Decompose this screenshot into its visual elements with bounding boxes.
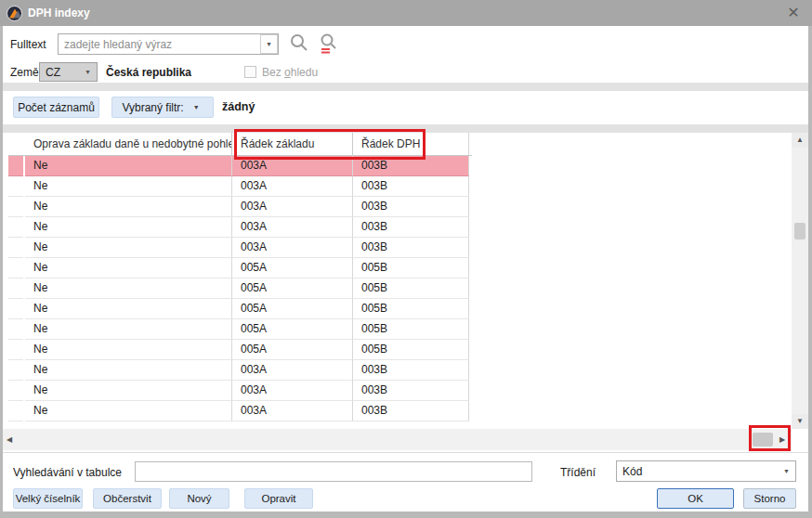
table-cell[interactable]: 003A (232, 176, 353, 197)
table-cell[interactable]: 003B (353, 156, 469, 176)
table-cell[interactable]: Ne (25, 258, 232, 278)
table-cell[interactable]: Ne (25, 278, 232, 299)
table-row[interactable]: Ne005A005B (8, 299, 472, 319)
row-selector-cell[interactable] (8, 360, 23, 381)
table-row[interactable]: Ne005A005B (8, 278, 472, 299)
table-row[interactable]: Ne003A003B (8, 360, 472, 381)
table-cell[interactable]: 005B (353, 319, 469, 340)
table-cell[interactable]: 003B (353, 176, 469, 197)
fulltext-combobox[interactable]: zadejte hledaný výraz ▼ (58, 33, 279, 55)
table-cell[interactable]: 005A (232, 340, 353, 360)
table-cell[interactable]: Ne (25, 238, 232, 258)
row-selector-cell[interactable] (8, 258, 23, 278)
regardless-checkbox[interactable] (244, 66, 256, 78)
cancel-button[interactable]: Storno (743, 488, 796, 509)
column-header-radek-zakladu[interactable]: Řádek základu (232, 133, 353, 155)
fulltext-settings-search-icon[interactable] (318, 32, 340, 58)
edit-button[interactable]: Opravit (244, 488, 313, 509)
table-cell[interactable]: 005B (353, 258, 469, 278)
table-search-input[interactable] (135, 461, 532, 482)
table-cell[interactable]: 003B (353, 401, 469, 421)
row-selector-cell[interactable] (8, 176, 23, 197)
table-cell[interactable]: 003B (353, 217, 469, 238)
table-cell[interactable]: 003B (353, 238, 469, 258)
scroll-up-icon[interactable]: ▲ (792, 133, 808, 148)
table-cell[interactable]: Ne (25, 156, 232, 176)
row-selector-cell[interactable] (8, 340, 23, 360)
table-cell[interactable]: Ne (25, 381, 232, 401)
table-cell[interactable]: Ne (25, 197, 232, 217)
country-combobox[interactable]: CZ ▼ (39, 62, 98, 82)
horizontal-scrollbar-thumb[interactable] (753, 433, 773, 447)
table-cell[interactable]: 003B (353, 381, 469, 401)
table-cell[interactable]: Ne (25, 217, 232, 238)
table-cell[interactable]: 005B (353, 299, 469, 319)
row-selector-cell[interactable] (8, 299, 23, 319)
table-row[interactable]: Ne003A003B (8, 217, 472, 238)
ok-button[interactable]: OK (657, 488, 734, 509)
table-cell[interactable]: 005B (353, 340, 469, 360)
table-row[interactable]: Ne003A003B (8, 401, 472, 421)
table-cell[interactable]: 005A (232, 258, 353, 278)
row-selector-cell[interactable] (8, 381, 23, 401)
new-button[interactable]: Nový (169, 488, 229, 509)
table-cell[interactable]: Ne (25, 340, 232, 360)
search-icon[interactable] (288, 32, 310, 58)
big-codelist-button[interactable]: Velký číselník (13, 488, 83, 509)
table-header-row: Oprava základu daně u nedobytné pohledá.… (8, 133, 472, 156)
table-cell[interactable]: Ne (25, 401, 232, 421)
selected-filter-button[interactable]: Vybraný filtr: ▼ (111, 97, 214, 118)
row-selector-cell[interactable] (8, 217, 23, 238)
record-count-button[interactable]: Počet záznamů (13, 97, 99, 118)
fulltext-label: Fulltext (10, 38, 46, 51)
table-row[interactable]: Ne003A003B (8, 381, 472, 401)
row-selector-cell[interactable] (8, 401, 23, 421)
row-selector-cell[interactable] (8, 156, 23, 176)
vertical-scrollbar[interactable]: ▲ ▼ (792, 133, 808, 429)
row-selector-cell[interactable] (8, 319, 23, 340)
table-cell[interactable]: 003A (232, 238, 353, 258)
refresh-button[interactable]: Občerstvit (93, 488, 162, 509)
table-row[interactable]: Ne003A003B (8, 176, 472, 197)
column-header-radek-dph[interactable]: Řádek DPH (353, 133, 469, 155)
table-cell[interactable]: 005A (232, 319, 353, 340)
table-body: Ne003A003BNe003A003BNe003A003BNe003A003B… (3, 156, 792, 421)
chevron-down-icon[interactable]: ▼ (778, 461, 795, 481)
table-row[interactable]: Ne005A005B (8, 319, 472, 340)
table-row[interactable]: Ne003A003B (8, 238, 472, 258)
table-cell[interactable]: Ne (25, 176, 232, 197)
table-cell[interactable]: 003A (232, 360, 353, 381)
scroll-down-icon[interactable]: ▼ (792, 414, 808, 429)
vertical-scrollbar-thumb[interactable] (794, 223, 805, 240)
table-cell[interactable]: 005A (232, 299, 353, 319)
table-row[interactable]: Ne005A005B (8, 340, 472, 360)
sort-combobox[interactable]: Kód ▼ (616, 460, 796, 482)
table-cell[interactable]: Ne (25, 299, 232, 319)
table-cell[interactable]: 003A (232, 381, 353, 401)
row-selector-cell[interactable] (8, 278, 23, 299)
table-cell[interactable]: 003A (232, 217, 353, 238)
scroll-right-icon[interactable]: ▶ (776, 429, 789, 450)
column-header-oprava-zakladu[interactable]: Oprava základu daně u nedobytné pohledá.… (25, 133, 232, 155)
table-cell[interactable]: 003B (353, 197, 469, 217)
table-cell[interactable]: 005A (232, 278, 353, 299)
table-cell[interactable]: 005B (353, 278, 469, 299)
table-cell[interactable]: 003A (232, 156, 353, 176)
scroll-left-icon[interactable]: ◀ (3, 429, 16, 450)
table-cell[interactable]: Ne (25, 360, 232, 381)
sort-label: Třídění (560, 466, 596, 479)
row-selector-cell[interactable] (8, 238, 23, 258)
chevron-down-icon: ▼ (193, 104, 200, 110)
horizontal-scrollbar[interactable]: ◀ ▶ (3, 429, 792, 450)
chevron-down-icon[interactable]: ▼ (260, 34, 278, 54)
table-row[interactable]: Ne005A005B (8, 258, 472, 278)
close-icon[interactable]: ✕ (784, 4, 803, 22)
table-row[interactable]: Ne003A003B (8, 197, 472, 217)
row-selector-cell[interactable] (8, 197, 23, 217)
chevron-down-icon[interactable]: ▼ (79, 63, 97, 81)
table-cell[interactable]: Ne (25, 319, 232, 340)
table-cell[interactable]: 003A (232, 401, 353, 421)
table-row[interactable]: Ne003A003B (8, 156, 472, 176)
table-cell[interactable]: 003A (232, 197, 353, 217)
table-cell[interactable]: 003B (353, 360, 469, 381)
